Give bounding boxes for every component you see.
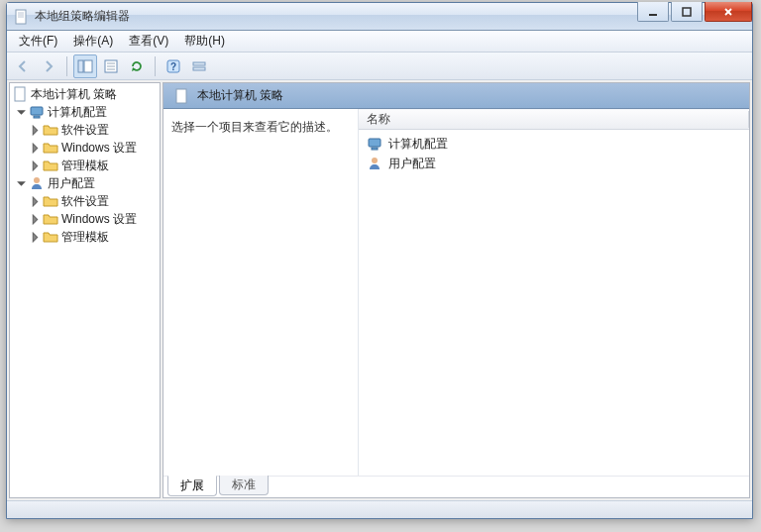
list-label: 用户配置 bbox=[388, 156, 436, 172]
column-headers[interactable]: 名称 bbox=[359, 109, 749, 130]
svg-point-25 bbox=[372, 158, 378, 163]
svg-rect-24 bbox=[372, 148, 378, 150]
forward-button[interactable] bbox=[37, 54, 60, 78]
collapse-icon[interactable] bbox=[16, 178, 27, 189]
folder-icon bbox=[43, 211, 58, 227]
svg-rect-16 bbox=[193, 62, 205, 65]
list-label: 计算机配置 bbox=[388, 136, 448, 153]
filter-button[interactable] bbox=[187, 54, 211, 78]
client-area: 本地计算机 策略 计算机配置 软件设置 bbox=[7, 80, 752, 500]
minimize-button[interactable] bbox=[637, 2, 669, 22]
list-column: 名称 计算机配置 用户配置 bbox=[358, 109, 749, 476]
show-tree-button[interactable] bbox=[73, 54, 97, 78]
description-hint: 选择一个项目来查看它的描述。 bbox=[171, 119, 350, 136]
tree: 本地计算机 策略 计算机配置 软件设置 bbox=[10, 83, 160, 248]
folder-icon bbox=[43, 122, 58, 138]
svg-rect-5 bbox=[683, 8, 691, 16]
expand-icon[interactable] bbox=[30, 232, 41, 243]
tree-label: Windows 设置 bbox=[61, 140, 137, 157]
details-pane: 本地计算机 策略 选择一个项目来查看它的描述。 名称 计算机配置 bbox=[163, 82, 750, 498]
tree-label: Windows 设置 bbox=[61, 211, 137, 228]
tree-label: 软件设置 bbox=[61, 193, 109, 210]
refresh-button[interactable] bbox=[125, 54, 149, 78]
details-title: 本地计算机 策略 bbox=[197, 87, 283, 104]
svg-rect-8 bbox=[78, 60, 83, 72]
details-header: 本地计算机 策略 bbox=[163, 83, 749, 109]
help-button[interactable]: ? bbox=[162, 54, 185, 78]
menu-file[interactable]: 文件(F) bbox=[11, 31, 65, 52]
expand-icon[interactable] bbox=[30, 196, 41, 207]
app-icon bbox=[13, 9, 29, 25]
svg-point-21 bbox=[34, 177, 40, 183]
main-window: 本地组策略编辑器 文件(F) 操作(A) 查看(V) 帮助(H) ? bbox=[6, 2, 753, 519]
tree-root-label: 本地计算机 策略 bbox=[31, 86, 117, 103]
toolbar-separator bbox=[66, 56, 67, 76]
tree-user-admin[interactable]: 管理模板 bbox=[10, 228, 160, 246]
svg-rect-19 bbox=[31, 107, 43, 115]
doc-icon bbox=[173, 88, 189, 104]
statusbar bbox=[7, 500, 752, 518]
tree-label: 计算机配置 bbox=[48, 104, 107, 121]
menubar: 文件(F) 操作(A) 查看(V) 帮助(H) bbox=[7, 31, 752, 53]
folder-icon bbox=[43, 158, 58, 173]
tree-label: 管理模板 bbox=[61, 158, 109, 174]
properties-button[interactable] bbox=[99, 54, 123, 78]
tree-user-config[interactable]: 用户配置 bbox=[10, 174, 160, 192]
tree-label: 用户配置 bbox=[48, 175, 95, 192]
user-icon bbox=[29, 175, 45, 191]
tree-label: 软件设置 bbox=[61, 122, 109, 139]
tree-pane[interactable]: 本地计算机 策略 计算机配置 软件设置 bbox=[9, 82, 161, 498]
tab-extended[interactable]: 扩展 bbox=[167, 476, 217, 496]
tree-label: 管理模板 bbox=[61, 229, 109, 246]
tree-computer-software[interactable]: 软件设置 bbox=[10, 121, 160, 139]
folder-icon bbox=[43, 229, 58, 245]
tab-row: 扩展 标准 bbox=[163, 476, 749, 497]
folder-icon bbox=[43, 140, 58, 156]
window-controls bbox=[637, 2, 752, 22]
tree-computer-config[interactable]: 计算机配置 bbox=[10, 103, 160, 121]
description-column: 选择一个项目来查看它的描述。 bbox=[163, 109, 358, 476]
tree-user-software[interactable]: 软件设置 bbox=[10, 192, 160, 210]
computer-icon bbox=[367, 136, 382, 152]
user-icon bbox=[367, 156, 382, 171]
menu-help[interactable]: 帮助(H) bbox=[176, 31, 233, 52]
svg-rect-22 bbox=[176, 89, 186, 103]
list-item-computer[interactable]: 计算机配置 bbox=[359, 134, 749, 154]
back-button[interactable] bbox=[11, 54, 35, 78]
svg-rect-20 bbox=[34, 116, 40, 118]
tree-computer-windows[interactable]: Windows 设置 bbox=[10, 139, 160, 157]
tree-user-windows[interactable]: Windows 设置 bbox=[10, 210, 160, 228]
details-body: 选择一个项目来查看它的描述。 名称 计算机配置 用户配置 bbox=[163, 109, 749, 476]
svg-rect-23 bbox=[369, 139, 380, 147]
expand-icon[interactable] bbox=[30, 160, 41, 171]
doc-icon bbox=[12, 86, 28, 102]
maximize-button[interactable] bbox=[671, 2, 703, 22]
tree-root[interactable]: 本地计算机 策略 bbox=[10, 85, 160, 103]
toolbar-separator bbox=[155, 56, 156, 76]
list-item-user[interactable]: 用户配置 bbox=[359, 154, 749, 173]
expand-icon[interactable] bbox=[30, 214, 41, 225]
folder-icon bbox=[43, 193, 58, 209]
collapse-icon[interactable] bbox=[16, 107, 27, 118]
menu-action[interactable]: 操作(A) bbox=[65, 31, 121, 52]
column-name[interactable]: 名称 bbox=[359, 111, 749, 128]
titlebar[interactable]: 本地组策略编辑器 bbox=[7, 3, 752, 31]
svg-text:?: ? bbox=[170, 61, 176, 72]
menu-view[interactable]: 查看(V) bbox=[121, 31, 176, 52]
svg-rect-17 bbox=[193, 67, 205, 70]
expand-icon[interactable] bbox=[30, 125, 41, 136]
svg-rect-9 bbox=[84, 60, 92, 72]
close-button[interactable] bbox=[705, 2, 752, 22]
list-body[interactable]: 计算机配置 用户配置 bbox=[359, 130, 749, 476]
computer-icon bbox=[29, 104, 45, 120]
expand-icon[interactable] bbox=[30, 143, 41, 154]
tree-computer-admin[interactable]: 管理模板 bbox=[10, 157, 160, 174]
svg-rect-18 bbox=[15, 87, 25, 101]
tab-standard[interactable]: 标准 bbox=[219, 476, 269, 495]
toolbar: ? bbox=[7, 53, 752, 80]
